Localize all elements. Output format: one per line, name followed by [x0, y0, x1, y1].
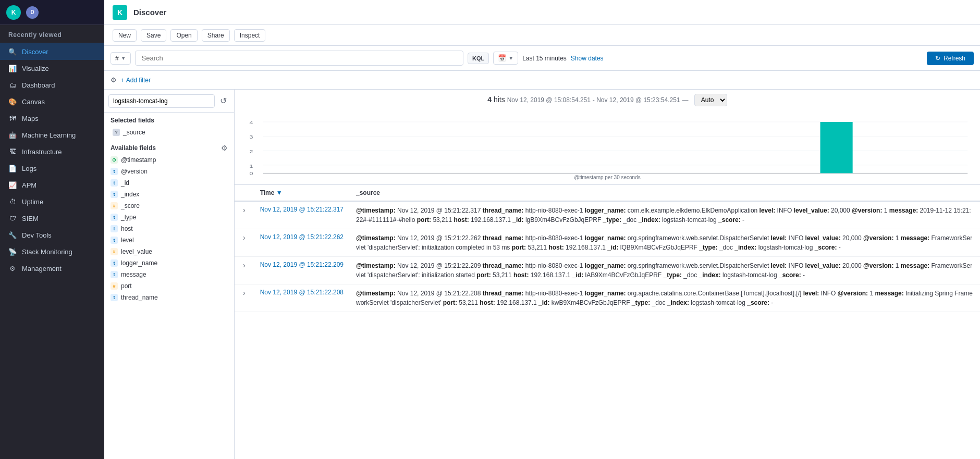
- field-item-id[interactable]: t _id: [104, 177, 234, 189]
- share-button[interactable]: Share: [202, 29, 230, 42]
- field-name: _type: [121, 214, 136, 221]
- sidebar-item-apm[interactable]: 📈 APM: [0, 177, 104, 193]
- field-name: level: [121, 237, 134, 244]
- field-item-level-value[interactable]: # level_value: [104, 246, 234, 257]
- search-type-selector[interactable]: # ▼: [111, 52, 131, 65]
- sidebar-item-infrastructure[interactable]: 🏗 Infrastructure: [0, 143, 104, 160]
- search-input[interactable]: [135, 51, 463, 66]
- sidebar-item-dev-tools[interactable]: 🔧 Dev Tools: [0, 227, 104, 243]
- sidebar-item-label: Management: [22, 265, 62, 272]
- time-col-header[interactable]: Time ▼: [254, 185, 350, 201]
- field-type-t-icon: t: [111, 294, 118, 301]
- field-name: _id: [121, 179, 129, 187]
- chevron-down-icon: ▼: [121, 55, 126, 61]
- table-row: › Nov 12, 2019 @ 15:21:22.208 @timestamp…: [235, 284, 980, 312]
- sidebar-item-visualize[interactable]: 📊 Visualize: [0, 60, 104, 77]
- field-item-score[interactable]: # _score: [104, 200, 234, 212]
- field-type-badge: ?: [113, 129, 120, 136]
- available-fields-title: Available fields: [111, 144, 156, 152]
- sidebar-item-label: Logs: [22, 165, 36, 172]
- sidebar-item-label: Visualize: [22, 65, 49, 72]
- results-table: Time ▼ _source › Nov 12, 2019 @ 15:21:22…: [235, 185, 980, 459]
- sidebar-item-dashboard[interactable]: 🗂 Dashboard: [0, 77, 104, 93]
- data-table: Time ▼ _source › Nov 12, 2019 @ 15:21:22…: [235, 185, 980, 312]
- user-avatar[interactable]: D: [26, 6, 39, 19]
- field-item-host[interactable]: t host: [104, 223, 234, 234]
- time-range-start: Nov 12, 2019 @ 15:08:54.251: [507, 96, 591, 104]
- sidebar-item-label: Canvas: [22, 98, 45, 106]
- index-reset-button[interactable]: ↺: [217, 94, 230, 108]
- add-filter-button[interactable]: + Add filter: [121, 77, 151, 84]
- row-expand-button[interactable]: ›: [241, 206, 248, 214]
- table-row: › Nov 12, 2019 @ 15:21:22.317 @timestamp…: [235, 201, 980, 229]
- main-content: K Discover New Save Open Share Inspect #…: [104, 0, 980, 459]
- sidebar-item-stack-monitoring[interactable]: 📡 Stack Monitoring: [0, 243, 104, 260]
- inspect-button[interactable]: Inspect: [234, 29, 266, 42]
- fields-settings-icon[interactable]: ⚙: [221, 144, 228, 152]
- field-name: port: [121, 282, 132, 290]
- stack-monitoring-icon: 📡: [8, 247, 17, 256]
- sidebar-item-machine-learning[interactable]: 🤖 Machine Learning: [0, 127, 104, 143]
- save-button[interactable]: Save: [141, 29, 166, 42]
- source-cell: @timestamp: Nov 12, 2019 @ 15:21:22.209 …: [350, 257, 980, 284]
- index-dropdown[interactable]: logstash-tomcat-log: [108, 94, 215, 108]
- refresh-button[interactable]: ↻ Refresh: [927, 52, 974, 65]
- field-item-level[interactable]: t level: [104, 234, 234, 246]
- field-item-thread-name[interactable]: t thread_name: [104, 292, 234, 303]
- ml-icon: 🤖: [8, 131, 17, 139]
- time-range-end: Nov 12, 2019 @ 15:23:54.251: [596, 96, 680, 104]
- field-item-index[interactable]: t _index: [104, 189, 234, 200]
- hits-info: 4 hits Nov 12, 2019 @ 15:08:54.251 - Nov…: [235, 90, 980, 108]
- sidebar-item-canvas[interactable]: 🎨 Canvas: [0, 93, 104, 110]
- field-item-message[interactable]: t message: [104, 269, 234, 280]
- row-expand-button[interactable]: ›: [241, 261, 248, 269]
- canvas-icon: 🎨: [8, 97, 17, 106]
- index-selector: logstash-tomcat-log ↺: [104, 90, 234, 113]
- field-type-t-icon: t: [111, 214, 118, 221]
- sidebar-item-management[interactable]: ⚙ Management: [0, 260, 104, 277]
- svg-text:1: 1: [249, 163, 253, 168]
- sidebar-nav-list: 🔍 Discover 📊 Visualize 🗂 Dashboard 🎨 Can…: [0, 43, 104, 459]
- field-item-timestamp[interactable]: ⊙ @timestamp: [104, 154, 234, 166]
- field-type-t-icon: t: [111, 237, 118, 244]
- filter-bar: ⚙ + Add filter: [104, 71, 980, 90]
- field-item-type[interactable]: t _type: [104, 212, 234, 223]
- chevron-down-icon2: ▼: [508, 55, 513, 61]
- row-expand-button[interactable]: ›: [241, 233, 248, 242]
- field-type-t-icon: t: [111, 271, 118, 278]
- field-item-logger-name[interactable]: t logger_name: [104, 257, 234, 269]
- sidebar-item-discover[interactable]: 🔍 Discover: [0, 43, 104, 60]
- visualize-icon: 📊: [8, 64, 17, 72]
- sidebar-item-siem[interactable]: 🛡 SIEM: [0, 210, 104, 227]
- open-button[interactable]: Open: [170, 29, 197, 42]
- available-fields-header: Available fields ⚙: [104, 140, 234, 154]
- siem-icon: 🛡: [8, 214, 17, 222]
- field-item-port[interactable]: # port: [104, 280, 234, 292]
- kibana-logo: K: [6, 5, 21, 20]
- sidebar-item-label: Dev Tools: [22, 231, 52, 239]
- sidebar-item-maps[interactable]: 🗺 Maps: [0, 110, 104, 127]
- filter-icon[interactable]: ⚙: [111, 76, 117, 84]
- interval-select[interactable]: Auto: [694, 94, 727, 106]
- field-type-t-icon: t: [111, 179, 118, 187]
- time-cell: Nov 12, 2019 @ 15:21:22.317: [254, 201, 350, 229]
- logs-icon: 📄: [8, 164, 17, 172]
- calendar-button[interactable]: 📅 ▼: [493, 52, 518, 65]
- sidebar-item-uptime[interactable]: ⏱ Uptime: [0, 193, 104, 210]
- row-expand-button[interactable]: ›: [241, 289, 248, 297]
- field-name: message: [121, 271, 146, 278]
- show-dates-button[interactable]: Show dates: [571, 55, 604, 62]
- kql-badge[interactable]: KQL: [468, 53, 489, 64]
- new-button[interactable]: New: [113, 29, 137, 42]
- dashboard-icon: 🗂: [8, 81, 17, 89]
- field-item-version[interactable]: t @version: [104, 166, 234, 177]
- histogram-bar: [820, 122, 853, 173]
- field-name: _index: [121, 191, 139, 198]
- hits-count: 4: [487, 95, 492, 104]
- svg-text:4: 4: [249, 119, 253, 125]
- search-bar: # ▼ KQL 📅 ▼ Last 15 minutes Show dates ↻…: [104, 46, 980, 71]
- source-col-header: _source: [350, 185, 980, 201]
- time-cell: Nov 12, 2019 @ 15:21:22.209: [254, 257, 350, 284]
- sidebar-item-logs[interactable]: 📄 Logs: [0, 160, 104, 177]
- refresh-icon: ↻: [935, 55, 940, 62]
